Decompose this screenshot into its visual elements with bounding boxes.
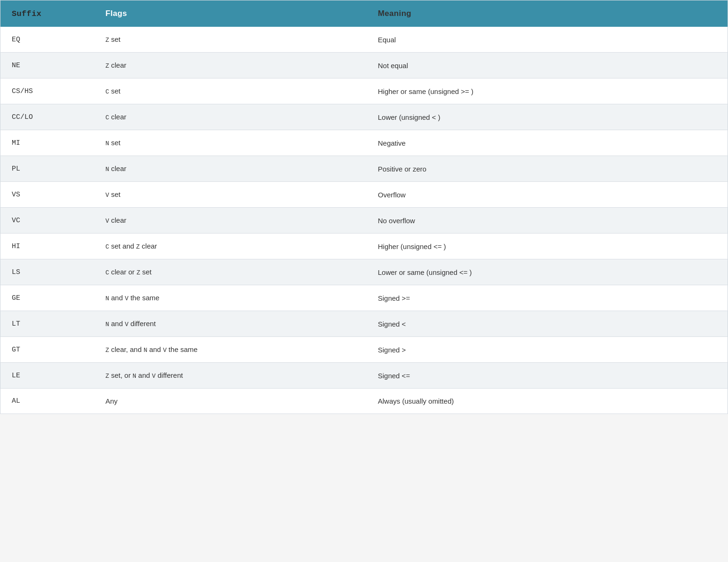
- meaning-cell: Signed >: [367, 337, 728, 363]
- table-row: ALAnyAlways (usually omitted): [0, 389, 728, 414]
- flags-cell: Any: [94, 389, 367, 414]
- table-row: MIN setNegative: [0, 130, 728, 156]
- header-flags: Flags: [94, 0, 367, 27]
- table-row: LSC clear or Z setLower or same (unsigne…: [0, 259, 728, 285]
- suffix-cell: GT: [0, 337, 94, 363]
- suffix-cell: VS: [0, 182, 94, 208]
- meaning-cell: Higher or same (unsigned >= ): [367, 78, 728, 104]
- table-row: LEZ set, or N and V differentSigned <=: [0, 363, 728, 389]
- meaning-cell: Positive or zero: [367, 156, 728, 182]
- flags-cell: V set: [94, 182, 367, 208]
- meaning-cell: Lower (unsigned < ): [367, 104, 728, 130]
- suffix-cell: VC: [0, 208, 94, 234]
- table-row: GTZ clear, and N and V the sameSigned >: [0, 337, 728, 363]
- flags-cell: Z set: [94, 27, 367, 53]
- meaning-cell: Higher (unsigned <= ): [367, 234, 728, 259]
- meaning-cell: Not equal: [367, 53, 728, 78]
- meaning-cell: Lower or same (unsigned <= ): [367, 259, 728, 285]
- flags-cell: N clear: [94, 156, 367, 182]
- suffix-cell: LT: [0, 311, 94, 337]
- table-row: LTN and V differentSigned <: [0, 311, 728, 337]
- flags-cell: C set: [94, 78, 367, 104]
- table-row: CS/HSC setHigher or same (unsigned >= ): [0, 78, 728, 104]
- suffix-cell: CC/LO: [0, 104, 94, 130]
- flags-cell: C set and Z clear: [94, 234, 367, 259]
- suffix-cell: LS: [0, 259, 94, 285]
- flags-cell: C clear: [94, 104, 367, 130]
- meaning-cell: Equal: [367, 27, 728, 53]
- flags-cell: N and V different: [94, 311, 367, 337]
- table-row: GEN and V the sameSigned >=: [0, 285, 728, 311]
- table-row: EQZ setEqual: [0, 27, 728, 53]
- condition-codes-table: Suffix Flags Meaning EQZ setEqualNEZ cle…: [0, 0, 728, 414]
- suffix-cell: MI: [0, 130, 94, 156]
- table-row: HIC set and Z clearHigher (unsigned <= ): [0, 234, 728, 259]
- table-row: VCV clearNo overflow: [0, 208, 728, 234]
- flags-cell: N set: [94, 130, 367, 156]
- suffix-cell: CS/HS: [0, 78, 94, 104]
- suffix-cell: GE: [0, 285, 94, 311]
- header-suffix: Suffix: [0, 0, 94, 27]
- meaning-cell: No overflow: [367, 208, 728, 234]
- suffix-cell: NE: [0, 53, 94, 78]
- meaning-cell: Signed <: [367, 311, 728, 337]
- meaning-cell: Always (usually omitted): [367, 389, 728, 414]
- flags-cell: V clear: [94, 208, 367, 234]
- flags-cell: Z clear: [94, 53, 367, 78]
- table-row: NEZ clearNot equal: [0, 53, 728, 78]
- meaning-cell: Signed <=: [367, 363, 728, 389]
- flags-cell: Z set, or N and V different: [94, 363, 367, 389]
- table-row: CC/LOC clearLower (unsigned < ): [0, 104, 728, 130]
- suffix-cell: EQ: [0, 27, 94, 53]
- flags-cell: C clear or Z set: [94, 259, 367, 285]
- flags-cell: Z clear, and N and V the same: [94, 337, 367, 363]
- flags-cell: N and V the same: [94, 285, 367, 311]
- suffix-cell: AL: [0, 389, 94, 414]
- suffix-cell: HI: [0, 234, 94, 259]
- suffix-cell: PL: [0, 156, 94, 182]
- meaning-cell: Signed >=: [367, 285, 728, 311]
- header-meaning: Meaning: [367, 0, 728, 27]
- meaning-cell: Negative: [367, 130, 728, 156]
- table-row: PLN clearPositive or zero: [0, 156, 728, 182]
- table-body: EQZ setEqualNEZ clearNot equalCS/HSC set…: [0, 27, 728, 414]
- table-header: Suffix Flags Meaning: [0, 0, 728, 27]
- suffix-cell: LE: [0, 363, 94, 389]
- table-row: VSV setOverflow: [0, 182, 728, 208]
- meaning-cell: Overflow: [367, 182, 728, 208]
